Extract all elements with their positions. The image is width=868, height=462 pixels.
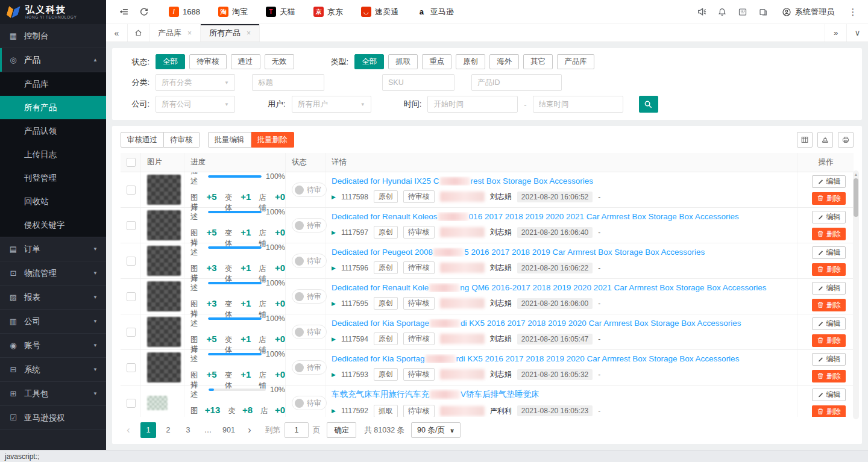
product-title-link[interactable]: Dedicated for Renault Koleng QM6 2016-20… xyxy=(332,283,797,292)
row-checkbox[interactable] xyxy=(127,399,136,408)
start-time-input[interactable] xyxy=(427,96,518,113)
title-input[interactable] xyxy=(252,74,324,91)
edit-button[interactable]: 编辑 xyxy=(812,317,846,330)
delete-button[interactable]: 删除 xyxy=(812,228,846,240)
status-filter-invalid[interactable]: 无效 xyxy=(265,54,294,69)
end-time-input[interactable] xyxy=(533,96,623,113)
edit-button[interactable]: 编辑 xyxy=(812,389,846,401)
search-button[interactable] xyxy=(639,96,658,113)
company-select[interactable]: 所有公司 ▼ xyxy=(156,96,235,113)
apps-grid-icon[interactable] xyxy=(732,0,753,24)
refresh-icon[interactable] xyxy=(134,0,154,24)
sidebar-subitem-recycle-bin[interactable]: 回收站 xyxy=(0,190,106,213)
page-size-select[interactable]: 90 条/页 ∨ xyxy=(411,422,461,438)
play-icon[interactable]: ▶ xyxy=(332,372,336,378)
task-report-icon[interactable] xyxy=(753,0,773,24)
type-filter-key[interactable]: 重点 xyxy=(422,54,451,69)
play-icon[interactable]: ▶ xyxy=(332,336,336,342)
row-checkbox[interactable] xyxy=(127,186,136,195)
close-icon[interactable]: × xyxy=(247,29,251,37)
notifications-bell-icon[interactable] xyxy=(712,0,732,24)
sidebar-subitem-product-claim[interactable]: 产品认领 xyxy=(0,119,106,143)
table-scrollbar[interactable]: ▲ xyxy=(853,170,859,419)
sidebar-item-products[interactable]: ◎产品▲ xyxy=(0,48,106,72)
product-title-link[interactable]: Dedicated for Renault Koleos016 2017 201… xyxy=(332,212,797,221)
product-id-input[interactable] xyxy=(471,74,562,91)
edit-button[interactable]: 编辑 xyxy=(812,353,846,366)
sidebar-subitem-all-products[interactable]: 所有产品 xyxy=(0,96,106,119)
select-all-checkbox[interactable] xyxy=(127,158,136,167)
approve-button[interactable]: 审核通过 xyxy=(121,132,164,148)
edit-button[interactable]: 编辑 xyxy=(812,211,846,223)
sidebar-item-orders[interactable]: ▤订单▼ xyxy=(0,237,106,261)
delete-button[interactable]: 删除 xyxy=(812,334,846,347)
status-filter-pending[interactable]: 待审核 xyxy=(189,54,227,69)
page-button-2[interactable]: 2 xyxy=(160,422,176,438)
row-checkbox[interactable] xyxy=(127,292,136,301)
sidebar-item-company[interactable]: ▥公司▼ xyxy=(0,310,106,334)
export-icon[interactable] xyxy=(817,132,833,148)
sidebar-item-system[interactable]: ⊟系统▼ xyxy=(0,358,106,382)
sidebar-subitem-upload-logs[interactable]: 上传日志 xyxy=(0,143,106,166)
type-filter-scraped[interactable]: 抓取 xyxy=(388,54,418,69)
row-checkbox[interactable] xyxy=(127,363,136,372)
scroll-tabs-left-icon[interactable]: « xyxy=(106,24,128,42)
row-checkbox[interactable] xyxy=(127,257,136,266)
more-menu-icon[interactable]: ⋮ xyxy=(843,0,863,24)
type-filter-library[interactable]: 产品库 xyxy=(557,54,594,69)
product-title-link[interactable]: Dedicated for Peugeot 20085 2016 2017 20… xyxy=(332,248,797,257)
row-checkbox[interactable] xyxy=(127,221,136,230)
sidebar-item-reports[interactable]: ▨报表▼ xyxy=(0,286,106,310)
delete-button[interactable]: 删除 xyxy=(812,405,846,417)
play-icon[interactable]: ▶ xyxy=(332,301,336,307)
platform-link-jd[interactable]: 京京东 xyxy=(313,7,343,17)
home-tab-icon[interactable] xyxy=(128,24,149,42)
sidebar-item-accounts[interactable]: ◉账号▼ xyxy=(0,334,106,358)
page-button-3[interactable]: 3 xyxy=(180,422,196,438)
filter-columns-icon[interactable] xyxy=(797,132,813,148)
play-icon[interactable]: ▶ xyxy=(332,194,336,200)
tab-product-library[interactable]: 产品库 × xyxy=(149,24,201,42)
category-select[interactable]: 所有分类 ▼ xyxy=(156,74,235,91)
type-filter-overseas[interactable]: 海外 xyxy=(489,54,519,69)
confirm-page-button[interactable]: 确定 xyxy=(327,422,356,438)
user-select[interactable]: 所有用户 ▼ xyxy=(292,96,371,113)
product-title-link[interactable]: Dedicated for Hyundai IX25 Crest Box Sto… xyxy=(332,176,797,186)
product-title-link[interactable]: Dedicated for Kia Sportagedi KX5 2016 20… xyxy=(332,319,797,328)
delete-button[interactable]: 删除 xyxy=(812,370,846,382)
sku-input[interactable] xyxy=(382,74,454,91)
product-title-link[interactable]: 车载充气床车用旅行汽车充V轿车后排气垫睡觉床 xyxy=(332,389,797,400)
next-page-button[interactable]: › xyxy=(242,422,257,438)
type-filter-original[interactable]: 原创 xyxy=(456,54,485,69)
status-filter-approved[interactable]: 通过 xyxy=(231,54,260,69)
page-button-901[interactable]: 901 xyxy=(220,422,237,438)
platform-link-taobao[interactable]: 淘淘宝 xyxy=(218,7,248,17)
sidebar-item-amazon-auth[interactable]: ☑亚马逊授权 xyxy=(0,406,106,430)
product-title-link[interactable]: Dedicated for Kia Sportagrdi KX5 2016 20… xyxy=(332,354,797,363)
page-button-1[interactable]: 1 xyxy=(140,422,156,438)
close-icon[interactable]: × xyxy=(187,29,192,37)
delete-button[interactable]: 删除 xyxy=(812,192,846,205)
edit-button[interactable]: 编辑 xyxy=(812,282,846,295)
scroll-up-icon[interactable]: ▲ xyxy=(854,170,858,178)
tab-all-products[interactable]: 所有产品 × xyxy=(201,24,260,42)
announcement-speaker-icon[interactable] xyxy=(691,0,712,24)
bulk-delete-button[interactable]: 批量删除 xyxy=(251,132,294,148)
platform-link-amazon[interactable]: a亚马逊 xyxy=(417,7,454,17)
type-filter-all[interactable]: 全部 xyxy=(354,54,384,69)
sidebar-subitem-listing-management[interactable]: 刊登管理 xyxy=(0,166,106,190)
print-icon[interactable] xyxy=(838,132,854,148)
sidebar-item-toolkit[interactable]: ⊞工具包▼ xyxy=(0,382,106,406)
edit-button[interactable]: 编辑 xyxy=(812,175,846,188)
play-icon[interactable]: ▶ xyxy=(332,229,336,236)
user-menu[interactable]: 系统管理员 xyxy=(773,7,843,17)
row-checkbox[interactable] xyxy=(127,328,136,337)
page-jump-input[interactable] xyxy=(285,422,309,438)
play-icon[interactable]: ▶ xyxy=(332,265,336,271)
status-filter-all[interactable]: 全部 xyxy=(156,54,185,69)
platform-link-tmall[interactable]: T天猫 xyxy=(266,7,295,17)
set-pending-button[interactable]: 待审核 xyxy=(164,132,200,148)
prev-page-button[interactable]: ‹ xyxy=(121,422,136,438)
type-filter-other[interactable]: 其它 xyxy=(523,54,553,69)
scroll-tabs-right-icon[interactable]: » xyxy=(825,24,846,42)
